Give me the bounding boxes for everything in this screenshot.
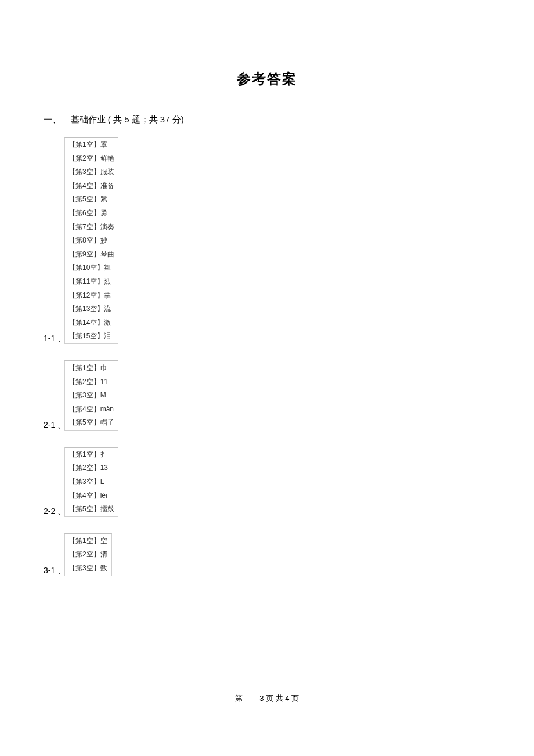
section-label: 基础作业 [71,114,106,125]
answer-row: 【第6空】勇 [65,207,118,220]
answer-group: 2-1 、【第1空】巾【第2空】11【第3空】M【第4空】màn【第5空】帽子 [44,360,534,431]
answer-box: 【第1空】空【第2空】清【第3空】数 [64,533,112,576]
answer-row: 【第1空】巾 [65,361,118,375]
answer-row: 【第15空】泪 [65,330,118,343]
answer-row: 【第9空】琴曲 [65,248,118,262]
answer-row: 【第12空】掌 [65,289,118,303]
answer-row: 【第1空】空 [65,534,111,548]
answer-row: 【第1空】扌 [65,448,118,462]
section-number: 一、 [44,114,61,125]
answer-row: 【第8空】妙 [65,234,118,248]
answer-row: 【第2空】13 [65,461,118,475]
answer-box: 【第1空】罩【第2空】鲜艳【第3空】服装【第4空】准备【第5空】紧【第6空】勇【… [64,137,118,344]
page-title: 参考答案 [0,0,534,114]
answer-row: 【第10空】舞 [65,261,118,275]
answer-row: 【第2空】清 [65,548,111,562]
answer-row: 【第5空】擂鼓 [65,502,118,516]
answer-groups-container: 1-1 、【第1空】罩【第2空】鲜艳【第3空】服装【第4空】准备【第5空】紧【第… [0,137,534,576]
answer-row: 【第2空】11 [65,375,118,389]
answer-row: 【第1空】罩 [65,138,118,152]
answer-row: 【第5空】帽子 [65,416,118,430]
page-footer: 第 3 页 共 4 页 [0,693,534,704]
answer-row: 【第3空】M [65,389,118,403]
footer-prefix: 第 [235,694,243,703]
answer-row: 【第3空】服装 [65,165,118,179]
footer-text: 3 页 共 4 页 [259,694,299,703]
answer-row: 【第4空】màn [65,403,118,417]
answer-row: 【第13空】流 [65,302,118,316]
answer-box: 【第1空】扌【第2空】13【第3空】L【第4空】léi【第5空】擂鼓 [64,447,118,517]
answer-row: 【第2空】鲜艳 [65,152,118,166]
answer-row: 【第14空】激 [65,316,118,330]
answer-group-label: 2-1 、 [44,420,66,431]
answer-box: 【第1空】巾【第2空】11【第3空】M【第4空】màn【第5空】帽子 [64,360,118,431]
answer-row: 【第7空】演奏 [65,220,118,234]
answer-group: 1-1 、【第1空】罩【第2空】鲜艳【第3空】服装【第4空】准备【第5空】紧【第… [44,137,534,344]
answer-row: 【第4空】léi [65,489,118,503]
answer-row: 【第3空】数 [65,562,111,576]
section-counts: ( 共 5 题；共 37 分) [108,114,184,124]
answer-group-label: 2-2 、 [44,507,66,517]
answer-row: 【第5空】紧 [65,193,118,207]
answer-group-label: 1-1 、 [44,334,66,344]
section-trailing-underline [186,116,198,124]
answer-row: 【第11空】烈 [65,275,118,289]
answer-row: 【第4空】准备 [65,179,118,193]
answer-group: 3-1 、【第1空】空【第2空】清【第3空】数 [44,533,534,576]
section-header: 一、 基础作业 ( 共 5 题；共 37 分) [0,114,534,137]
section-spacer [63,114,68,124]
answer-group-label: 3-1 、 [44,566,66,576]
answer-row: 【第3空】L [65,475,118,489]
answer-group: 2-2 、【第1空】扌【第2空】13【第3空】L【第4空】léi【第5空】擂鼓 [44,447,534,517]
